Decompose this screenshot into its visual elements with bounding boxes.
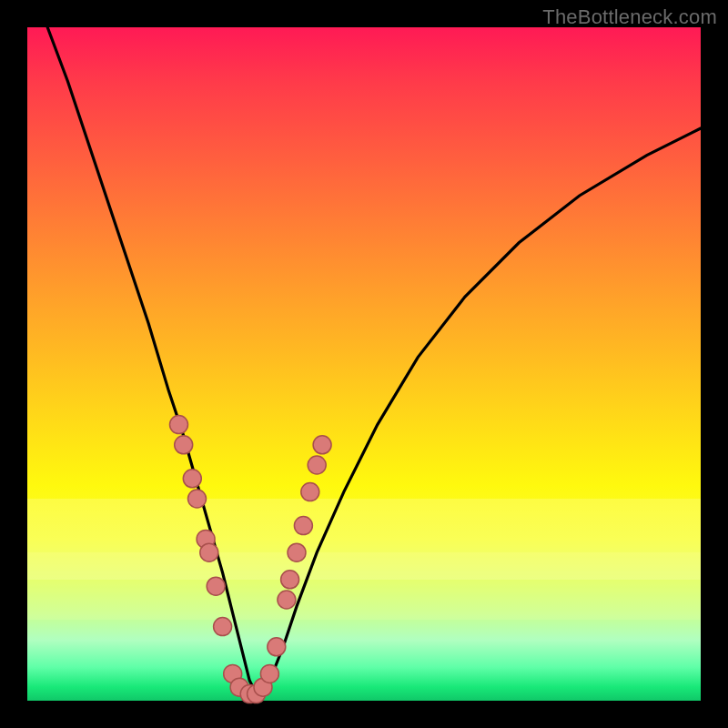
watermark-text: TheBottleneck.com <box>542 5 717 29</box>
data-marker <box>188 490 207 508</box>
data-marker <box>288 543 306 561</box>
chart-line-group <box>47 27 701 694</box>
data-marker <box>175 436 193 454</box>
data-marker <box>313 436 331 454</box>
chart-frame: TheBottleneck.com <box>0 0 728 728</box>
bottleneck-curve <box>47 27 701 694</box>
data-marker <box>170 416 188 434</box>
data-marker <box>308 456 326 474</box>
chart-svg <box>27 27 701 701</box>
data-marker <box>281 571 299 589</box>
data-marker <box>183 470 201 488</box>
data-marker <box>294 517 312 535</box>
data-marker <box>260 664 278 682</box>
data-marker <box>200 543 218 561</box>
data-marker <box>278 591 296 609</box>
chart-plot-area <box>27 27 701 701</box>
data-marker <box>214 618 232 636</box>
data-marker <box>301 483 319 501</box>
data-markers <box>170 416 332 703</box>
data-marker <box>207 577 225 595</box>
data-marker <box>268 638 286 656</box>
